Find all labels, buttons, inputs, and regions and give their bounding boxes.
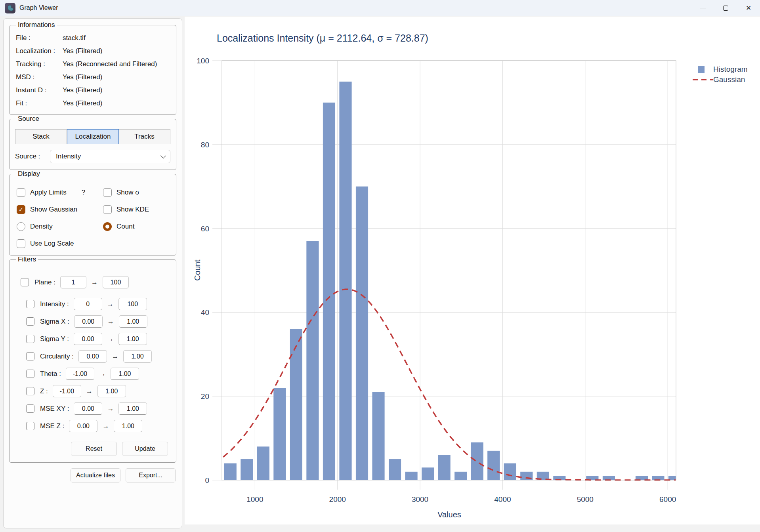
mse-xy-checkbox[interactable] [26,404,34,413]
svg-text:6000: 6000 [659,495,676,503]
informations-legend: Informations [16,21,57,29]
histogram-plot: 100020003000400050006000020406080100 Cou… [185,17,760,524]
intensity-checkbox[interactable] [26,300,34,308]
display-group: Display Apply Limits ? Show σ ✓ Show Gau… [9,170,176,256]
source-select-value: Intensity [56,153,81,160]
info-row-msd: MSD :Yes (Filtered) [14,71,171,84]
info-row-localization: Localization :Yes (Filtered) [14,44,171,57]
source-select-label: Source : [15,153,50,160]
source-select[interactable]: Intensity [50,150,170,163]
informations-group: Informations File :stack.tif Localizatio… [9,21,176,115]
maximize-button[interactable] [714,0,737,16]
plane-max-input[interactable] [103,276,129,288]
theta-max-input[interactable] [111,368,139,380]
density-radio[interactable] [17,222,25,231]
mse-z-max-input[interactable] [114,420,142,432]
circularity-min-input[interactable] [78,350,107,362]
chevron-down-icon [160,153,166,158]
info-row-instant-d: Instant D :Yes (Filtered) [14,84,171,97]
range-arrow: → [107,300,114,308]
range-arrow: → [91,278,98,286]
source-group: Source Stack Localization Tracks Source … [9,115,176,170]
z-min-input[interactable] [53,385,81,397]
tab-stack[interactable]: Stack [15,129,67,144]
svg-text:100: 100 [197,57,209,65]
histogram-swatch-icon [698,66,705,73]
export-button[interactable]: Export... [126,468,176,482]
update-button[interactable]: Update [122,442,168,456]
plane-checkbox[interactable] [21,278,29,286]
intensity-min-input[interactable] [74,298,102,310]
tab-tracks[interactable]: Tracks [119,129,170,144]
chart-title: Localizations Intensity (μ = 2112.64, σ … [217,32,428,44]
circularity-checkbox[interactable] [26,352,34,360]
maximize-icon [723,6,728,11]
y-axis-label: Count [193,259,202,281]
actualize-files-button[interactable]: Actualize files [71,468,120,482]
filter-row-circularity: Circularity : → [26,350,171,362]
svg-text:0: 0 [205,476,209,484]
info-row-tracking: Tracking :Yes (Reconnected and Filtered) [14,57,171,71]
show-gaussian-checkbox[interactable]: ✓ [17,205,25,214]
mse-z-min-input[interactable] [69,420,97,432]
sigma-y-max-input[interactable] [118,333,147,345]
mse-xy-min-input[interactable] [74,402,102,415]
close-icon: ✕ [746,5,751,11]
filter-row-sigma-x: Sigma X : → [26,315,171,328]
svg-text:4000: 4000 [494,495,511,503]
show-sigma-checkbox[interactable] [103,188,112,197]
range-arrow: → [86,387,93,395]
minimize-button[interactable] [691,0,714,16]
theta-checkbox[interactable] [26,370,34,378]
range-arrow: → [102,422,109,430]
count-radio[interactable] [103,222,112,231]
circularity-max-input[interactable] [123,350,152,362]
apply-limits-help[interactable]: ? [82,189,85,196]
filter-row-plane: Plane : → [21,276,171,288]
svg-text:5000: 5000 [577,495,594,503]
use-log-scale-checkbox[interactable] [17,239,25,248]
theta-min-input[interactable] [66,368,94,380]
filter-row-intensity: Intensity : → [26,298,171,310]
filter-rows: Plane : → Intensity : → Sigma X : → [14,276,171,432]
option-count: Count [103,222,171,231]
filter-row-z: Z : → [26,385,171,397]
sigma-y-checkbox[interactable] [26,335,34,343]
info-row-fit: Fit :Yes (Filtered) [14,97,171,110]
svg-text:40: 40 [201,308,209,317]
chart-area: 100020003000400050006000020406080100 Cou… [185,17,760,524]
app-icon-glyph [6,4,14,12]
legend-gaussian: Gaussian [693,74,748,85]
tab-localization[interactable]: Localization [67,129,119,144]
mse-z-checkbox[interactable] [26,422,34,430]
sigma-x-max-input[interactable] [119,315,147,328]
svg-text:20: 20 [201,392,209,400]
option-apply-limits: Apply Limits ? [17,188,103,197]
filter-buttons: Reset Update [14,442,168,456]
sigma-x-min-input[interactable] [74,315,103,328]
option-show-sigma: Show σ [103,188,171,197]
range-arrow: → [107,318,114,326]
titlebar: Graph Viewer ✕ [0,0,760,16]
window-controls: ✕ [691,0,760,16]
apply-limits-checkbox[interactable] [17,188,25,197]
info-row-file: File :stack.tif [14,31,171,44]
option-density: Density [17,222,103,231]
filters-group: Filters Plane : → Intensity : → Sigma X … [9,256,176,463]
filter-row-theta: Theta : → [26,368,171,380]
mse-xy-max-input[interactable] [118,402,147,415]
z-max-input[interactable] [97,385,126,397]
show-kde-checkbox[interactable] [103,205,112,214]
svg-text:1000: 1000 [246,495,263,503]
plane-min-input[interactable] [60,276,86,288]
sigma-x-checkbox[interactable] [26,317,34,326]
svg-text:3000: 3000 [412,495,428,503]
intensity-max-input[interactable] [118,298,147,310]
svg-text:80: 80 [201,141,209,149]
source-legend: Source [16,115,41,123]
close-button[interactable]: ✕ [737,0,760,16]
z-checkbox[interactable] [26,387,34,395]
option-use-log-scale: Use Log Scale [17,239,103,248]
sigma-y-min-input[interactable] [74,333,102,345]
reset-button[interactable]: Reset [71,442,117,456]
